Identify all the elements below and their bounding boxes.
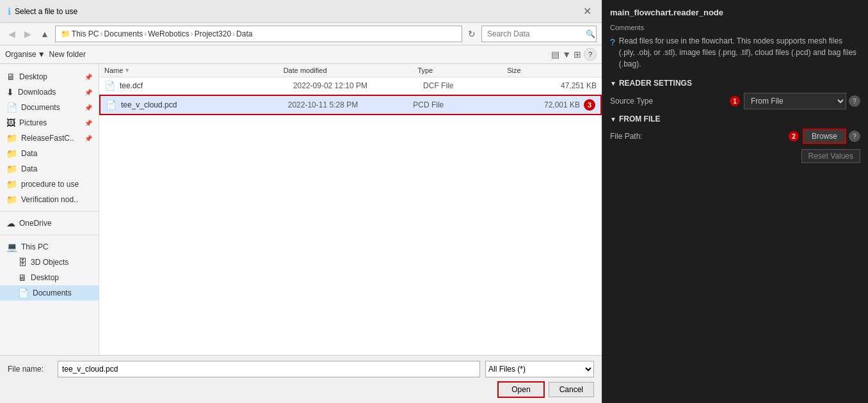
nav-item-pictures[interactable]: 🖼 Pictures 📌 (0, 115, 99, 130)
forward-button[interactable]: ▶ (21, 28, 35, 40)
comments-label: Comments (610, 24, 860, 31)
open-button[interactable]: Open (497, 381, 544, 398)
col-header-size[interactable]: Size (507, 67, 597, 74)
nav-item-releasefast[interactable]: 📁 ReleaseFastC.. 📌 (0, 130, 99, 146)
dialog-body: 🖥 Desktop 📌 ⬇ Downloads 📌 📄 Documents 📌 … (0, 64, 602, 355)
file-type-dcf: DCF File (423, 81, 510, 90)
bottom-row-filename: File name: All Files (*) (8, 361, 594, 377)
browse-info-button[interactable]: ? (849, 130, 860, 142)
from-file-arrow: ▼ (610, 116, 616, 123)
file-icon-dcf: 📄 (104, 81, 117, 91)
nav-item-verification[interactable]: 📁 Verification nod.. (0, 192, 99, 207)
documents2-icon: 📄 (18, 288, 29, 298)
dialog-bottom: File name: All Files (*) Open Cancel (0, 355, 602, 403)
refresh-button[interactable]: ↻ (465, 28, 479, 40)
nav-label-pictures: Pictures (19, 118, 47, 127)
search-input[interactable] (487, 29, 583, 38)
source-type-select[interactable]: From File (744, 93, 846, 109)
nav-item-documents[interactable]: 📄 Documents 📌 (0, 100, 99, 115)
description-content: Read files for use in the flowchart. Thi… (619, 35, 860, 70)
dialog-info-icon: ℹ (8, 6, 11, 17)
nav-item-data2[interactable]: 📁 Data (0, 161, 99, 177)
nav-label-onedrive: OneDrive (19, 219, 52, 228)
file-date-dcf: 2022-09-02 12:10 PM (293, 81, 423, 90)
cancel-button[interactable]: Cancel (549, 382, 594, 397)
nav-label-verification: Verification nod.. (21, 195, 78, 204)
breadcrumb-project320: Project320 (195, 29, 231, 38)
col-header-type[interactable]: Type (417, 67, 507, 74)
documents-pin-icon: 📌 (84, 104, 92, 111)
breadcrumb: 📁 This PC › Documents › WeRobotics › Pro… (55, 26, 462, 42)
file-type-pcd: PCD File (413, 100, 496, 109)
nav-label-documents2: Documents (33, 288, 72, 297)
nav-label-procedure: procedure to use (21, 180, 79, 189)
bottom-row-buttons: Open Cancel (8, 381, 594, 398)
dialog-close-button[interactable]: ✕ (581, 5, 594, 17)
organize-arrow: ▼ (38, 50, 45, 59)
new-folder-button[interactable]: New folder (49, 50, 86, 59)
address-bar: ◀ ▶ ▲ 📁 This PC › Documents › WeRobotics… (0, 23, 602, 45)
nav-item-desktop[interactable]: 🖥 Desktop 📌 (0, 69, 99, 84)
nav-divider2 (0, 235, 99, 235)
nav-label-releasefast: ReleaseFastC.. (21, 134, 74, 143)
downloads-icon: ⬇ (6, 87, 14, 97)
list-view-button[interactable]: ▤ (551, 49, 559, 59)
dialog-title: Select a file to use (15, 7, 77, 16)
file-path-label: File Path: (610, 132, 785, 141)
file-size-dcf: 47,251 KB (510, 81, 597, 90)
help-button[interactable]: ? (584, 48, 597, 61)
file-row-tee-pcd[interactable]: 📄 tee_v_cloud.pcd 2022-10-11 5:28 PM PCD… (99, 95, 602, 115)
view-dropdown-button[interactable]: ▼ (562, 49, 571, 59)
data2-icon: 📁 (6, 164, 17, 174)
search-icon: 🔍 (586, 29, 595, 38)
source-type-info-button[interactable]: ? (849, 95, 860, 107)
up-button[interactable]: ▲ (37, 28, 52, 40)
back-button[interactable]: ◀ (5, 28, 19, 40)
dialog-toolbar: Organise ▼ New folder ▤ ▼ ⊞ ? (0, 45, 602, 64)
reader-settings-arrow: ▼ (610, 80, 616, 87)
onedrive-icon: ☁ (6, 218, 15, 228)
file-name-dcf: tee.dcf (120, 81, 293, 90)
3dobjects-icon: 🗄 (18, 257, 27, 267)
search-box: 🔍 (481, 26, 597, 42)
reset-values-button[interactable]: Reset Values (801, 149, 860, 163)
browse-button[interactable]: Browse (803, 129, 846, 144)
reader-settings-label: READER SETTINGS (619, 79, 692, 88)
file-name-pcd: tee_v_cloud.pcd (121, 100, 288, 109)
organize-button[interactable]: Organise ▼ (5, 50, 45, 59)
filename-input[interactable] (58, 361, 480, 377)
filetype-select[interactable]: All Files (*) (485, 361, 594, 377)
details-view-button[interactable]: ⊞ (574, 49, 581, 59)
file-path-control: 2 Browse ? (789, 129, 860, 144)
nav-label-thispc: This PC (21, 242, 49, 251)
nav-label-data1: Data (21, 149, 37, 158)
breadcrumb-documents: Documents (104, 29, 143, 38)
col-header-name[interactable]: Name ▼ (104, 67, 284, 74)
file-row-tee-dcf[interactable]: 📄 tee.dcf 2022-09-02 12:10 PM DCF File 4… (99, 77, 602, 95)
file-path-row: File Path: 2 Browse ? (610, 129, 860, 144)
procedure-icon: 📁 (6, 179, 17, 189)
nav-label-documents: Documents (21, 103, 60, 112)
nav-item-documents2[interactable]: 📄 Documents (0, 285, 99, 301)
breadcrumb-werobotics: WeRobotics (148, 29, 189, 38)
nav-item-onedrive[interactable]: ☁ OneDrive (0, 216, 99, 231)
file-date-pcd: 2022-10-11 5:28 PM (288, 100, 414, 109)
source-type-row: Source Type 1 From File ? (610, 93, 860, 109)
nav-item-data1[interactable]: 📁 Data (0, 146, 99, 161)
sort-arrow: ▼ (124, 67, 130, 74)
file-list: Name ▼ Date modified Type Size 📄 tee.dcf… (99, 64, 602, 355)
pictures-icon: 🖼 (6, 118, 15, 128)
col-header-date[interactable]: Date modified (284, 67, 418, 74)
nav-label-desktop: Desktop (19, 72, 47, 81)
pin-icon: 📌 (84, 74, 92, 81)
nav-item-3dobjects[interactable]: 🗄 3D Objects (0, 255, 99, 270)
nav-item-downloads[interactable]: ⬇ Downloads 📌 (0, 84, 99, 100)
nav-item-thispc[interactable]: 💻 This PC (0, 239, 99, 255)
nav-item-desktop2[interactable]: 🖥 Desktop (0, 270, 99, 285)
step3-badge: 3 (584, 99, 595, 111)
file-dialog: ℹ Select a file to use ✕ ◀ ▶ ▲ 📁 This PC… (0, 0, 602, 403)
breadcrumb-data: Data (236, 29, 252, 38)
desktop2-icon: 🖥 (18, 273, 27, 283)
reset-row: Reset Values (610, 149, 860, 163)
nav-item-procedure[interactable]: 📁 procedure to use (0, 177, 99, 192)
